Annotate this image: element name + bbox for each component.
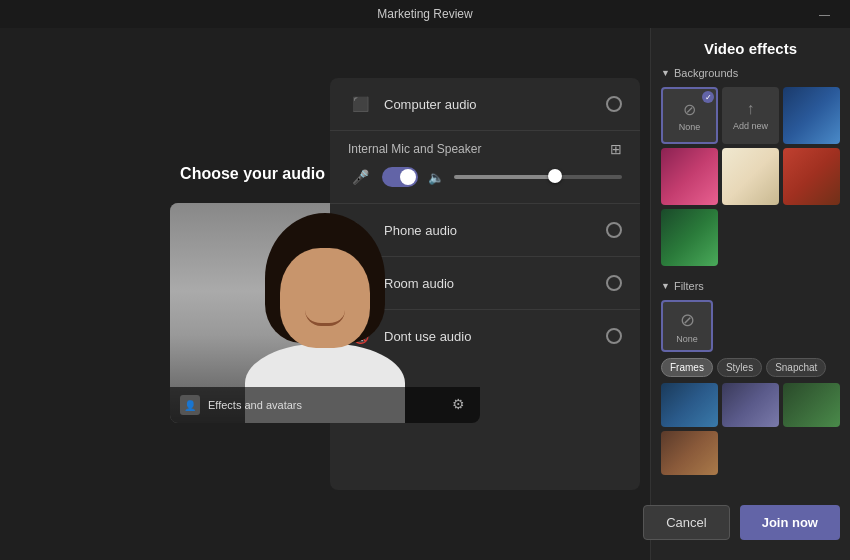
computer-audio-radio[interactable] <box>606 96 622 112</box>
volume-thumb[interactable] <box>548 169 562 183</box>
filters-section-header: ▼ Filters <box>661 280 840 292</box>
filters-section: ▼ Filters ⊘ None Frames Styles Snapchat <box>661 280 840 475</box>
cancel-button[interactable]: Cancel <box>643 505 729 540</box>
filter-none-label: None <box>676 334 698 344</box>
microphone-icon: 🎤 <box>348 165 372 189</box>
background-thumb-4[interactable] <box>783 148 840 205</box>
video-effects-title: Video effects <box>661 40 840 57</box>
backgrounds-grid: ⊘ None ✓ ↑ Add new <box>661 87 840 266</box>
settings-icon[interactable]: ⚙ <box>452 396 470 414</box>
backgrounds-chevron: ▼ <box>661 68 670 78</box>
person-face <box>280 248 370 348</box>
computer-audio-option[interactable]: ⬛ Computer audio <box>330 78 640 131</box>
join-now-button[interactable]: Join now <box>740 505 840 540</box>
background-thumb-1[interactable] <box>783 87 840 144</box>
speaker-icon: 🔈 <box>428 170 444 185</box>
filter-thumb-1[interactable] <box>661 383 718 427</box>
filter-no-icon: ⊘ <box>680 309 695 331</box>
filter-tab-snapchat[interactable]: Snapchat <box>766 358 826 377</box>
filter-tab-frames[interactable]: Frames <box>661 358 713 377</box>
window-title: Marketing Review <box>377 7 472 21</box>
filters-chevron: ▼ <box>661 281 670 291</box>
mic-controls: 🎤 🔈 <box>348 165 622 189</box>
background-add-new-thumb[interactable]: ↑ Add new <box>722 87 779 144</box>
action-buttons: Cancel Join now <box>330 505 850 540</box>
none-label: None <box>679 122 701 132</box>
mic-toggle[interactable] <box>382 167 418 187</box>
mic-speaker-row: Internal Mic and Speaker ⊞ 🎤 🔈 <box>330 131 640 204</box>
main-area: Choose your audio and video settings 👤 E… <box>0 28 850 560</box>
background-thumb-2[interactable] <box>661 148 718 205</box>
phone-audio-radio[interactable] <box>606 222 622 238</box>
title-bar: Marketing Review — <box>0 0 850 28</box>
backgrounds-label: Backgrounds <box>674 67 738 79</box>
background-thumb-3[interactable] <box>722 148 779 205</box>
phone-audio-label: Phone audio <box>384 223 594 238</box>
volume-slider[interactable] <box>454 175 622 179</box>
filter-tab-styles[interactable]: Styles <box>717 358 762 377</box>
background-none-thumb[interactable]: ⊘ None ✓ <box>661 87 718 144</box>
filter-tabs: Frames Styles Snapchat <box>661 358 840 377</box>
minimize-button[interactable]: — <box>819 8 830 20</box>
filter-thumb-3[interactable] <box>783 383 840 427</box>
filters-label: Filters <box>674 280 704 292</box>
backgrounds-section-header: ▼ Backgrounds <box>661 67 840 79</box>
person-smile <box>305 310 345 326</box>
selected-checkmark: ✓ <box>702 91 714 103</box>
no-bg-icon: ⊘ <box>683 100 696 119</box>
effects-avatars-label[interactable]: Effects and avatars <box>208 399 444 411</box>
computer-audio-icon: ⬛ <box>348 92 372 116</box>
computer-audio-label: Computer audio <box>384 97 594 112</box>
mic-speaker-label: Internal Mic and Speaker <box>348 142 481 156</box>
avatar-icon: 👤 <box>180 395 200 415</box>
mic-settings-icon[interactable]: ⊞ <box>610 141 622 157</box>
no-audio-label: Dont use audio <box>384 329 594 344</box>
room-audio-label: Room audio <box>384 276 594 291</box>
no-audio-radio[interactable] <box>606 328 622 344</box>
filter-thumb-2[interactable] <box>722 383 779 427</box>
video-bottom-bar: 👤 Effects and avatars ⚙ <box>170 387 480 423</box>
filter-none-thumb[interactable]: ⊘ None <box>661 300 713 352</box>
room-audio-radio[interactable] <box>606 275 622 291</box>
add-new-label: Add new <box>733 121 768 131</box>
video-effects-panel: Video effects ▼ Backgrounds ⊘ None ✓ ↑ A… <box>650 28 850 560</box>
background-thumb-5[interactable] <box>661 209 718 266</box>
filter-thumbs-row <box>661 383 840 475</box>
filter-thumb-4[interactable] <box>661 431 718 475</box>
add-bg-icon: ↑ <box>747 100 755 118</box>
mic-label-row: Internal Mic and Speaker ⊞ <box>348 141 622 157</box>
